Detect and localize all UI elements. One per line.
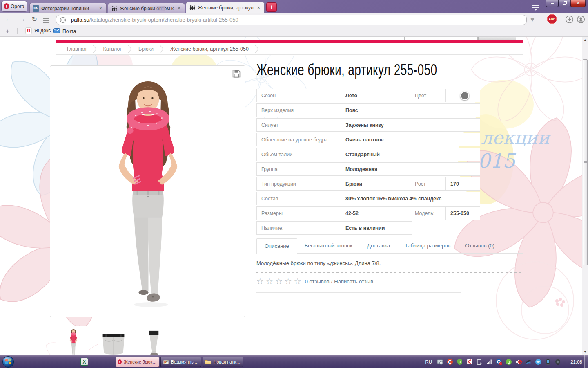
spec-row-type: Тип продукции Брюки Рост 170 (256, 177, 480, 191)
paint-icon (163, 359, 169, 365)
opera-logo-icon (4, 3, 9, 9)
spec-row-availability: Наличие: Есть в наличии (256, 221, 412, 235)
color-swatch[interactable] (460, 91, 469, 100)
windows-update-icon[interactable] (535, 359, 541, 365)
tab-description[interactable]: Описание (256, 238, 297, 254)
product-photo[interactable] (50, 65, 245, 317)
bookmark-yandex[interactable]: Я Яндекс (25, 27, 51, 34)
webcam-icon[interactable] (555, 359, 561, 365)
add-bookmark-icon[interactable]: + (6, 27, 9, 34)
spec-row-group: Группа Молодежная (256, 162, 480, 176)
spec-row-waist: Обьем талии Стандартный (256, 148, 480, 161)
star-icon[interactable]: ☆ (294, 276, 301, 286)
taskbar-item-opera[interactable]: Женские брюки, ар... (116, 357, 159, 367)
breadcrumb-home[interactable]: Главная (67, 46, 87, 52)
forward-icon[interactable]: → (19, 15, 26, 23)
spec-row-sizes: Размеры 42-52 Модель: 255-050 (256, 206, 480, 220)
download-icon[interactable] (565, 15, 574, 25)
windows-taskbar: X Женские брюки, ар... Безымянный - Pain… (0, 355, 588, 368)
close-button[interactable]: ✕ (570, 0, 586, 7)
scroll-up-icon[interactable]: ▲ (582, 37, 588, 43)
address-separator (68, 16, 68, 23)
bookmark-mail[interactable]: Почта (53, 27, 76, 35)
opera-icon (118, 359, 122, 364)
opera-menu-button[interactable]: Opera (1, 1, 27, 12)
thumbnail-pants-back[interactable] (98, 326, 129, 355)
chevron-right-icon (93, 45, 97, 54)
taskbar-item-paint[interactable]: Безымянный - Paint (160, 357, 201, 367)
bookmarks-separator (17, 28, 18, 34)
url-text[interactable]: palla.su/katalog/zhenskie-bryuki-optom/z… (71, 17, 238, 23)
tab-size-table[interactable]: Таблица размеров (397, 238, 458, 253)
kaspersky-icon[interactable] (466, 359, 473, 365)
spec-row-fabric: Состав 80% хлопок 16% вискоза 4% спандек… (256, 192, 480, 205)
ccleaner-icon[interactable] (447, 359, 453, 365)
user-account-icon[interactable] (577, 15, 585, 25)
address-bar[interactable]: palla.su/katalog/zhenskie-bryuki-optom/z… (56, 15, 527, 25)
star-icon[interactable]: ☆ (285, 276, 292, 286)
svg-text:a: a (459, 360, 461, 364)
show-desktop-button[interactable] (584, 355, 588, 368)
save-image-icon[interactable] (232, 69, 241, 80)
start-button[interactable] (2, 356, 14, 368)
tab-bryuki-optom[interactable]: Женские брюки оптом ку ✕ (108, 3, 185, 13)
speed-dial-icon[interactable] (43, 17, 49, 25)
adblock-abp-icon[interactable]: ABP (547, 14, 557, 24)
utorrent-icon[interactable]: µ (506, 359, 512, 365)
spec-row-season: Сезон Лето Цвет (256, 89, 480, 102)
star-icon[interactable]: ☆ (256, 276, 264, 286)
star-icon[interactable]: ☆ (266, 276, 273, 286)
tab-free-call[interactable]: Бесплатный звонок (297, 238, 360, 253)
spec-row-silhouette: Силует Заужены книзу (256, 118, 480, 132)
thumbnail-model-front[interactable] (58, 326, 89, 355)
thumbnail-pants-side[interactable] (138, 326, 169, 355)
tab-title-fade (233, 5, 245, 10)
scroll-down-icon[interactable]: ▼ (582, 349, 588, 355)
model-photo-illustration (50, 66, 245, 317)
back-icon[interactable]: ← (5, 15, 12, 23)
language-indicator[interactable]: RU (425, 359, 432, 364)
phone-sync-icon[interactable] (545, 359, 551, 365)
system-tray: RU a ! µ (425, 355, 561, 368)
tab-delivery[interactable]: Доставка (360, 238, 397, 253)
tab-close-icon[interactable]: ✕ (256, 5, 261, 11)
page-scrollbar[interactable]: ▲ ▼ (582, 37, 588, 355)
network-signal-icon[interactable] (486, 359, 492, 365)
write-review-link[interactable]: Написать отзыв (334, 278, 373, 285)
taskbar-clock[interactable]: 21:08 (570, 355, 582, 368)
hidden-icons-monitor-icon[interactable] (437, 359, 443, 365)
color-swatch-cell (445, 89, 479, 102)
chevron-right-icon (128, 45, 132, 54)
excel-pinned-icon[interactable]: X (80, 358, 88, 366)
tab-reviews[interactable]: Отзывов (0) (458, 238, 502, 253)
tab-close-icon[interactable]: ✕ (176, 6, 182, 11)
clipboard-plug-icon[interactable] (476, 359, 483, 365)
minimize-button[interactable] (546, 0, 559, 7)
rating-row: ☆ ☆ ☆ ☆ ☆ 0 отзывов / Написать отзыв (256, 276, 373, 286)
breadcrumb-catalog[interactable]: Каталог (103, 46, 122, 52)
breadcrumb-bryuki[interactable]: Брюки (138, 46, 154, 52)
site-globe-icon[interactable] (60, 17, 66, 23)
tab-title: Женские брюки оптом ку (120, 6, 174, 11)
tab-bryuki-artikul-active[interactable]: Женские брюки, артикул ✕ (186, 2, 265, 13)
comodo-alert-icon[interactable]: ! (496, 359, 502, 365)
page-viewport: лекции 015 Главная Каталог Брюки Женские… (0, 37, 588, 355)
site-header-bar (56, 40, 523, 43)
tab-close-icon[interactable]: ✕ (98, 6, 103, 11)
product-title: Женские брюки, артикул 255-050 (256, 61, 437, 79)
tab-photos[interactable]: NN Фотографии новинки ✕ (29, 3, 107, 13)
new-tab-button[interactable]: + (266, 2, 277, 12)
yandex-icon: Я (25, 27, 32, 34)
spec-row-top: Верх изделия Пояс (256, 103, 480, 117)
volume-muted-icon[interactable] (515, 359, 522, 365)
eagle-swoosh-icon[interactable] (525, 359, 532, 365)
restore-button[interactable] (558, 0, 571, 7)
scrollbar-grip (584, 161, 587, 165)
bookmark-heart-icon[interactable]: ♥ (530, 16, 535, 23)
reload-icon[interactable]: ↻ (32, 16, 37, 23)
taskbar-item-folder[interactable]: Новая папка (2) (203, 357, 243, 367)
tab-list-menu-icon[interactable] (532, 4, 539, 12)
scrollbar-thumb[interactable] (583, 59, 588, 265)
adguard-shield-icon[interactable]: a (457, 359, 463, 365)
star-icon[interactable]: ☆ (275, 276, 283, 286)
